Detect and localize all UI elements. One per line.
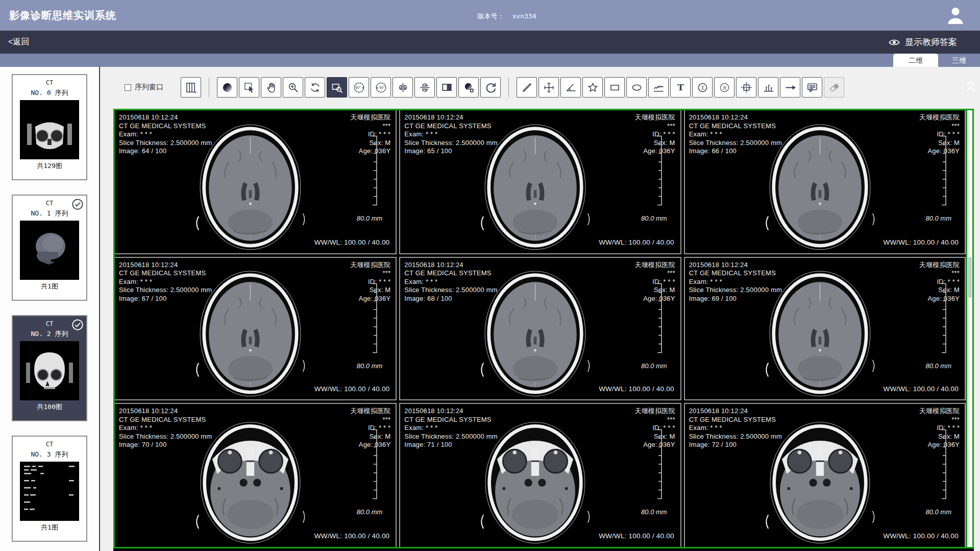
zoom-region-button[interactable] xyxy=(327,77,347,98)
tab-2d[interactable]: 二维 xyxy=(893,54,938,67)
manufacturer-label: CT GE MEDICAL SYSTEMS xyxy=(689,269,782,278)
angle-measure-icon xyxy=(565,81,577,94)
scale-ruler xyxy=(370,135,378,206)
scrollbar-thumb[interactable] xyxy=(968,257,972,298)
pan-button[interactable] xyxy=(261,77,281,98)
acquisition-datetime: 20150618 10:12:24 xyxy=(119,407,212,416)
cell-overlay-topleft: 20150618 10:12:24 CT GE MEDICAL SYSTEMS … xyxy=(119,261,212,303)
viewport-cell-6[interactable]: 20150618 10:12:24 CT GE MEDICAL SYSTEMS … xyxy=(115,403,397,547)
svg-text:次: 次 xyxy=(722,85,727,90)
patient-name-masked: *** xyxy=(350,269,390,278)
viewport-cell-3[interactable]: 20150618 10:12:24 CT GE MEDICAL SYSTEMS … xyxy=(115,257,397,401)
text-annotation-button[interactable]: T xyxy=(670,77,691,98)
patient-name-masked: *** xyxy=(350,416,390,424)
image-number-label: Image: 72 / 100 xyxy=(689,441,782,449)
chevrons-up-icon[interactable] xyxy=(964,78,977,95)
zoom-button[interactable] xyxy=(283,77,303,98)
window-level-label: WW/WL: 100.00 / 40.00 xyxy=(883,238,959,247)
cross-measure-button[interactable] xyxy=(538,77,559,98)
arrow-annotation-icon xyxy=(784,81,797,94)
eraser-button[interactable] xyxy=(824,77,844,98)
rotate-cw-90-button[interactable]: 90° xyxy=(371,77,391,98)
acquisition-datetime: 20150618 10:12:24 xyxy=(689,113,782,122)
viewport-cell-5[interactable]: 20150618 10:12:24 CT GE MEDICAL SYSTEMS … xyxy=(684,257,966,401)
show-teacher-answer-button[interactable]: 显示教师答案 xyxy=(888,36,957,48)
image-number-label: Image: 70 / 100 xyxy=(119,441,212,449)
ellipse-roi-icon xyxy=(630,81,643,94)
invert-window-button[interactable] xyxy=(458,77,479,98)
manufacturer-label: CT GE MEDICAL SYSTEMS xyxy=(689,416,782,424)
viewport-cell-2[interactable]: 20150618 10:12:24 CT GE MEDICAL SYSTEMS … xyxy=(684,110,966,254)
series-window-label: 序列窗口 xyxy=(135,83,163,92)
series-window-checkbox[interactable] xyxy=(125,84,131,91)
secondary-marker-button[interactable]: 次 xyxy=(714,77,734,98)
viewport-cell-4[interactable]: 20150618 10:12:24 CT GE MEDICAL SYSTEMS … xyxy=(399,257,681,401)
arrow-annotation-button[interactable] xyxy=(780,77,800,98)
invert-icon xyxy=(440,81,453,94)
reset-button[interactable] xyxy=(480,77,501,98)
curve-roi-button[interactable] xyxy=(648,77,669,98)
series-image-count: 共1图 xyxy=(13,282,86,291)
comment-button[interactable] xyxy=(802,77,822,98)
rotate-cycle-button[interactable] xyxy=(305,77,325,98)
layout-selector-button[interactable] xyxy=(181,77,201,98)
svg-text:主: 主 xyxy=(700,85,705,90)
cell-overlay-topleft: 20150618 10:12:24 CT GE MEDICAL SYSTEMS … xyxy=(689,261,782,303)
main-marker-button[interactable]: 主 xyxy=(692,77,713,98)
star-roi-icon xyxy=(586,81,599,94)
ellipse-roi-button[interactable] xyxy=(626,77,647,98)
exam-label: Exam: * * * xyxy=(689,424,782,433)
manufacturer-label: CT GE MEDICAL SYSTEMS xyxy=(119,416,212,424)
flip-horizontal-button[interactable] xyxy=(393,77,413,98)
viewport-cell-0[interactable]: 20150618 10:12:24 CT GE MEDICAL SYSTEMS … xyxy=(115,110,397,254)
person-icon[interactable] xyxy=(945,5,966,26)
series-thumbnail xyxy=(20,100,79,159)
series-card-3[interactable]: CT NO. 3 序列 共1图 xyxy=(12,436,87,542)
version-info: 版本号：svn334 xyxy=(17,12,980,21)
toolbar-divider xyxy=(209,78,209,97)
viewer-area: 20150618 10:12:24 CT GE MEDICAL SYSTEMS … xyxy=(113,109,974,551)
scale-label: 80.0 mm xyxy=(641,508,667,516)
acquisition-datetime: 20150618 10:12:24 xyxy=(119,261,212,270)
scale-ruler xyxy=(939,135,947,206)
window-shade-button[interactable] xyxy=(217,77,237,98)
acquisition-datetime: 20150618 10:12:24 xyxy=(404,261,497,270)
patient-name-masked: *** xyxy=(634,416,675,424)
profile-histogram-button[interactable] xyxy=(758,77,778,98)
rotate-ccw-90-button[interactable]: 90° xyxy=(349,77,369,98)
length-measure-button[interactable] xyxy=(517,77,537,98)
curve-roi-icon xyxy=(652,81,665,94)
main-marker-icon: 主 xyxy=(696,81,709,94)
cross-measure-icon xyxy=(543,81,555,94)
series-thumbnail xyxy=(20,341,79,400)
viewport-cell-7[interactable]: 20150618 10:12:24 CT GE MEDICAL SYSTEMS … xyxy=(399,403,681,547)
back-button[interactable]: <返回 xyxy=(8,37,29,47)
series-card-2[interactable]: CT NO. 2 序列 共100图 xyxy=(12,315,87,421)
angle-measure-button[interactable] xyxy=(560,77,581,98)
patient-name-masked: *** xyxy=(919,416,960,424)
star-roi-button[interactable] xyxy=(582,77,603,98)
rect-select-button[interactable] xyxy=(239,77,259,98)
rect-roi-button[interactable] xyxy=(604,77,625,98)
series-card-0[interactable]: CT NO. 0 序列 共129图 xyxy=(12,74,87,180)
scale-label: 80.0 mm xyxy=(357,362,383,370)
flip-vertical-button[interactable] xyxy=(414,77,435,98)
check-circle-icon xyxy=(71,198,84,210)
grid-scrollbar[interactable] xyxy=(966,110,972,547)
viewport-cell-1[interactable]: 20150618 10:12:24 CT GE MEDICAL SYSTEMS … xyxy=(399,110,681,254)
text-annotation-icon: T xyxy=(674,81,687,94)
series-window-toggle[interactable]: 序列窗口 xyxy=(125,83,163,92)
viewport-cell-8[interactable]: 20150618 10:12:24 CT GE MEDICAL SYSTEMS … xyxy=(684,403,966,547)
comment-icon xyxy=(806,81,819,94)
slice-thickness-label: Slice Thickness: 2.500000 mm xyxy=(404,139,497,148)
slice-thickness-label: Slice Thickness: 2.500000 mm xyxy=(404,286,497,295)
tab-3d[interactable]: 三维 xyxy=(941,54,977,67)
series-card-1[interactable]: CT NO. 1 序列 共1图 xyxy=(12,195,87,301)
slice-thickness-label: Slice Thickness: 2.500000 mm xyxy=(689,286,782,295)
center-locate-button[interactable] xyxy=(736,77,756,98)
patient-name-masked: *** xyxy=(919,269,960,278)
layout-columns-icon xyxy=(185,81,198,94)
manufacturer-label: CT GE MEDICAL SYSTEMS xyxy=(119,122,212,131)
window-level-label: WW/WL: 100.00 / 40.00 xyxy=(599,238,674,247)
invert-button[interactable] xyxy=(436,77,457,98)
